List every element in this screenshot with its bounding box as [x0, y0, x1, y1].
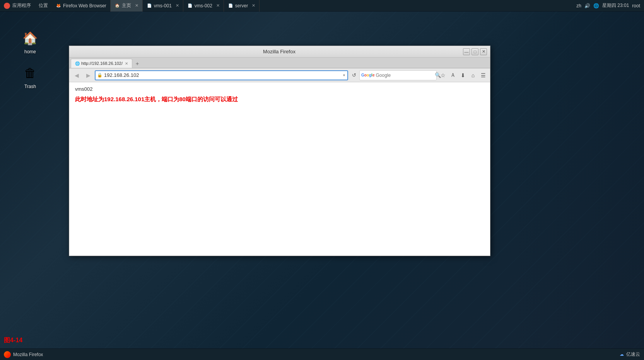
address-lock-icon: 🔒 — [97, 73, 102, 78]
taskbar-bottom: Mozilla Firefox ☁ 亿速云 — [0, 348, 644, 360]
desktop: 应用程序 位置 🦊 Firefox Web Browser 🏠 主页 ✕ 📄 v… — [0, 0, 644, 360]
minimize-button[interactable]: — — [463, 48, 470, 55]
page-server-label: vms002 — [75, 86, 484, 92]
desktop-icon-trash[interactable]: 🗑 Trash — [15, 64, 46, 89]
browser-navbar: ◀ ▶ 🔒 ▾ ↺ Google 🔍 ☆ Ａ ⬇ ⌂ ☰ — [69, 68, 490, 82]
active-tab-favicon: 🌐 — [75, 61, 80, 66]
location-label: 位置 — [39, 2, 48, 9]
taskbar-tab-server[interactable]: 📄 server ✕ — [224, 0, 260, 12]
bottom-right: ☁ 亿速云 — [620, 351, 640, 358]
address-bar-container: 🔒 ▾ — [95, 70, 348, 80]
home-icon-label: home — [24, 49, 36, 54]
yiyun-logo: ☁ — [620, 352, 624, 357]
search-bar: Google 🔍 — [359, 70, 437, 80]
taskbar-tab-vms002-icon: 📄 — [187, 3, 193, 8]
browser-window: Mozilla Firefox — □ ✕ 🌐 http://192.168.2… — [69, 46, 490, 256]
apps-menu[interactable]: 应用程序 — [0, 0, 35, 12]
download-icon[interactable]: ⬇ — [458, 71, 468, 80]
taskbar-tab-vms001-icon: 📄 — [147, 3, 152, 8]
taskbar-top-left: 应用程序 位置 🦊 Firefox Web Browser 🏠 主页 ✕ 📄 v… — [0, 0, 576, 12]
firefox-taskbar-btn[interactable]: 🦊 Firefox Web Browser — [52, 0, 111, 12]
taskbar-tab-vms002-close[interactable]: ✕ — [216, 3, 220, 8]
taskbar-tab-home-label: 主页 — [122, 2, 131, 9]
google-logo: Google — [361, 73, 374, 77]
taskbar-tab-home-icon: 🏠 — [114, 3, 120, 8]
address-dropdown-arrow[interactable]: ▾ — [342, 73, 346, 77]
system-datetime: 星期四 23:01 — [602, 2, 629, 9]
search-input[interactable] — [376, 73, 434, 78]
forward-button[interactable]: ▶ — [83, 70, 93, 80]
system-user: root — [632, 3, 640, 8]
yiyun-label: 亿速云 — [626, 351, 640, 358]
taskbar-tab-vms001-close[interactable]: ✕ — [176, 3, 179, 8]
browser-title: Mozilla Firefox — [96, 49, 463, 54]
nav-icons: ☆ Ａ ⬇ ⌂ ☰ — [438, 71, 488, 80]
system-lang: zh — [576, 3, 581, 8]
figure-label: 图4-14 — [4, 336, 22, 345]
back-button[interactable]: ◀ — [72, 70, 82, 80]
home-nav-icon[interactable]: ⌂ — [468, 71, 478, 80]
system-volume-icon[interactable]: 🔊 — [584, 3, 590, 8]
bookmark-star-icon[interactable]: ☆ — [438, 71, 448, 80]
home-icon: 🏠 — [21, 29, 39, 48]
trash-icon-label: Trash — [24, 84, 36, 89]
taskbar-tab-home[interactable]: 🏠 主页 ✕ — [111, 0, 143, 12]
window-controls: — □ ✕ — [463, 48, 487, 55]
browser-titlebar[interactable]: Mozilla Firefox — □ ✕ — [69, 46, 490, 58]
browser-tab-active[interactable]: 🌐 http://192.168.26.102/ ✕ — [71, 59, 132, 68]
taskbar-tab-server-close[interactable]: ✕ — [252, 3, 255, 8]
trash-icon: 🗑 — [21, 64, 39, 82]
taskbar-tab-vms001-label: vms-001 — [154, 3, 172, 8]
firefox-bottom-label: Mozilla Firefox — [13, 352, 43, 357]
active-tab-close[interactable]: ✕ — [125, 61, 128, 66]
close-button[interactable]: ✕ — [480, 48, 487, 55]
taskbar-tab-server-icon: 📄 — [228, 3, 233, 8]
apps-menu-label: 应用程序 — [12, 2, 31, 9]
location-menu[interactable]: 位置 — [35, 0, 52, 12]
reload-button[interactable]: ↺ — [350, 72, 358, 78]
page-main-message: 此时地址为192.168.26.101主机，端口为80端口的访问可以通过 — [75, 96, 484, 103]
reader-mode-icon[interactable]: Ａ — [448, 71, 458, 80]
firefox-bottom-icon — [4, 351, 11, 358]
taskbar-right: zh 🔊 🌐 星期四 23:01 root — [576, 2, 644, 9]
maximize-button[interactable]: □ — [471, 48, 478, 55]
desktop-icon-home[interactable]: 🏠 home — [15, 29, 46, 54]
taskbar-tab-vms002[interactable]: 📄 vms-002 ✕ — [183, 0, 224, 12]
taskbar-tab-vms002-label: vms-002 — [195, 3, 212, 8]
browser-tabs-bar: 🌐 http://192.168.26.102/ ✕ ＋ — [69, 58, 490, 68]
active-tab-label: http://192.168.26.102/ — [81, 61, 123, 66]
taskbar-top: 应用程序 位置 🦊 Firefox Web Browser 🏠 主页 ✕ 📄 v… — [0, 0, 644, 12]
browser-content: vms002 此时地址为192.168.26.101主机，端口为80端口的访问可… — [69, 82, 490, 256]
menu-icon[interactable]: ☰ — [478, 71, 488, 80]
taskbar-tab-vms001[interactable]: 📄 vms-001 ✕ — [143, 0, 183, 12]
apps-menu-icon — [4, 3, 10, 9]
taskbar-tab-server-label: server — [235, 3, 248, 8]
system-network-icon[interactable]: 🌐 — [593, 3, 599, 8]
firefox-taskbar-icon: 🦊 — [56, 3, 61, 8]
taskbar-tab-home-close[interactable]: ✕ — [135, 3, 138, 8]
right-panel — [512, 12, 644, 348]
bottom-left: Mozilla Firefox — [4, 351, 43, 358]
firefox-taskbar-label: Firefox Web Browser — [63, 3, 106, 8]
address-input[interactable] — [104, 72, 342, 78]
new-tab-button[interactable]: ＋ — [133, 59, 142, 68]
